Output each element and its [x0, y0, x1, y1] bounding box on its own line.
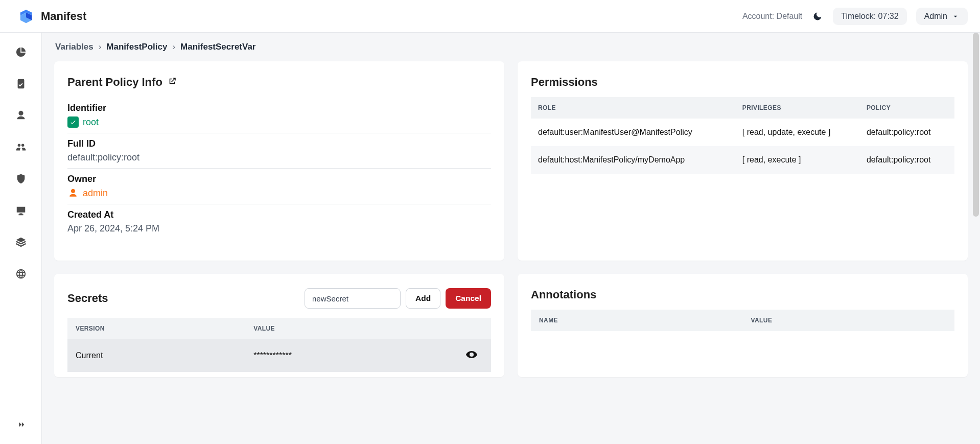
eye-icon: [465, 348, 478, 361]
reveal-secret-button[interactable]: [465, 348, 478, 361]
permissions-cell-priv: [ read, update, execute ]: [735, 119, 859, 146]
secrets-col-version: VERSION: [67, 318, 245, 339]
secrets-row: Current ************: [67, 339, 491, 372]
secrets-cell-value: ************: [245, 339, 450, 372]
sidebar-item-groups[interactable]: [11, 137, 31, 157]
owner-link[interactable]: admin: [67, 188, 491, 199]
fullid-label: Full ID: [67, 138, 491, 149]
parent-policy-card: Parent Policy Info Identifier root: [54, 61, 504, 261]
breadcrumb-policy[interactable]: ManifestPolicy: [106, 42, 167, 52]
clipboard-check-icon: [15, 78, 27, 89]
secrets-cell-version: Current: [67, 339, 245, 372]
identifier-link[interactable]: root: [67, 116, 491, 128]
secrets-table: VERSION VALUE Current ************: [67, 318, 491, 372]
chevron-down-icon: [951, 12, 960, 20]
permissions-cell-policy: default:policy:root: [859, 146, 954, 174]
add-secret-button[interactable]: Add: [406, 288, 440, 309]
permissions-cell-priv: [ read, execute ]: [735, 146, 859, 174]
moon-icon: [812, 11, 823, 21]
permissions-cell-policy: default:policy:root: [859, 119, 954, 146]
user-icon: [15, 110, 27, 121]
annotations-col-value: VALUE: [743, 310, 955, 331]
chevrons-right-icon: [15, 419, 27, 430]
permissions-table: ROLE PRIVILEGES POLICY default:user:Mani…: [531, 97, 954, 174]
sidebar-expand[interactable]: [11, 414, 31, 435]
permissions-row: default:host:ManifestPolicy/myDemoApp [ …: [531, 146, 954, 174]
breadcrumb: Variables › ManifestPolicy › ManifestSec…: [54, 42, 968, 52]
secrets-title: Secrets: [67, 292, 108, 305]
created-value: Apr 26, 2024, 5:24 PM: [67, 223, 491, 234]
scrollbar[interactable]: [973, 33, 979, 217]
owner-label: Owner: [67, 174, 491, 184]
secrets-card: Secrets Add Cancel VERSION VALUE: [54, 274, 504, 377]
sidebar-item-dashboard[interactable]: [11, 42, 31, 62]
users-group-icon: [15, 142, 27, 153]
permissions-cell-role: default:host:ManifestPolicy/myDemoApp: [531, 146, 735, 174]
monitor-icon: [15, 205, 27, 216]
identifier-value: root: [83, 117, 99, 128]
sidebar-item-globe[interactable]: [11, 264, 31, 284]
secrets-col-value: VALUE: [245, 318, 450, 339]
annotations-table: NAME VALUE: [531, 310, 954, 331]
sidebar-item-resources[interactable]: [11, 200, 31, 221]
permissions-cell-role: default:user:ManifestUser@ManifestPolicy: [531, 119, 735, 146]
annotations-title: Annotations: [531, 288, 954, 301]
admin-menu-label: Admin: [924, 12, 947, 21]
permissions-col-policy: POLICY: [859, 97, 954, 119]
permissions-col-priv: PRIVILEGES: [735, 97, 859, 119]
external-link-icon: [168, 77, 177, 86]
chevron-right-icon: ›: [172, 42, 175, 52]
annotations-col-name: NAME: [531, 310, 743, 331]
chevron-right-icon: ›: [99, 42, 102, 52]
account-label: Account: Default: [742, 12, 802, 21]
parent-policy-title: Parent Policy Info: [67, 76, 162, 89]
topbar: Manifest Account: Default Timelock: 07:3…: [0, 0, 980, 33]
owner-value: admin: [83, 188, 108, 199]
policy-check-icon: [67, 116, 79, 128]
new-secret-input[interactable]: [305, 288, 401, 309]
sidebar: [0, 33, 42, 444]
brand-logo: [18, 9, 34, 24]
pie-chart-icon: [15, 46, 27, 58]
sidebar-item-policies[interactable]: [11, 74, 31, 94]
cancel-secret-button[interactable]: Cancel: [446, 288, 491, 309]
fullid-value: default:policy:root: [67, 152, 491, 163]
main-content: Variables › ManifestPolicy › ManifestSec…: [42, 33, 980, 444]
sidebar-item-users[interactable]: [11, 105, 31, 126]
shield-icon: [15, 173, 27, 184]
created-label: Created At: [67, 209, 491, 220]
user-icon: [67, 188, 79, 199]
open-external-button[interactable]: [168, 76, 177, 89]
dark-mode-toggle[interactable]: [811, 10, 824, 22]
timelock-pill: Timelock: 07:32: [833, 8, 906, 25]
sidebar-item-layers[interactable]: [11, 232, 31, 252]
layers-icon: [15, 237, 27, 248]
annotations-card: Annotations NAME VALUE: [518, 274, 968, 377]
breadcrumb-root[interactable]: Variables: [55, 42, 94, 52]
permissions-title: Permissions: [531, 76, 954, 89]
sidebar-item-hosts[interactable]: [11, 169, 31, 189]
breadcrumb-current[interactable]: ManifestSecretVar: [180, 42, 255, 52]
admin-menu[interactable]: Admin: [916, 8, 968, 25]
globe-icon: [15, 268, 27, 279]
permissions-row: default:user:ManifestUser@ManifestPolicy…: [531, 119, 954, 146]
permissions-card: Permissions ROLE PRIVILEGES POLICY defau…: [518, 61, 968, 261]
permissions-col-role: ROLE: [531, 97, 735, 119]
identifier-label: Identifier: [67, 103, 491, 113]
brand-title: Manifest: [41, 10, 86, 23]
